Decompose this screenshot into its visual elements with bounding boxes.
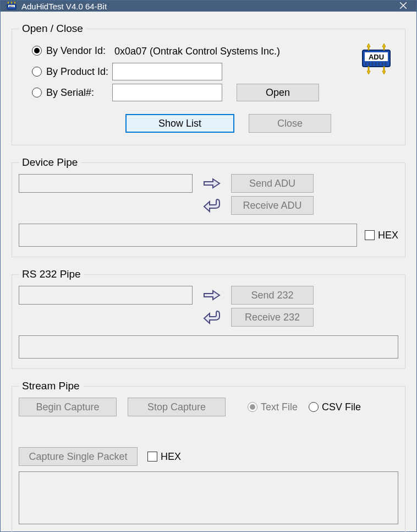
rs232-pipe-legend: RS 232 Pipe [19, 268, 84, 280]
arrow-return-icon [202, 310, 221, 324]
open-close-legend: Open / Close [19, 23, 86, 35]
rs232-output [19, 335, 398, 359]
send-adu-button[interactable]: Send ADU [231, 174, 314, 193]
close-icon[interactable] [398, 2, 409, 11]
device-pipe-legend: Device Pipe [19, 156, 81, 169]
show-list-button[interactable]: Show List [125, 114, 234, 133]
svg-text:ADU: ADU [9, 5, 14, 8]
device-output [19, 224, 357, 247]
svg-text:ADU: ADU [369, 53, 384, 61]
product-id-input[interactable] [112, 63, 222, 80]
capture-single-packet-button[interactable]: Capture Single Packet [19, 447, 138, 466]
serial-input[interactable] [112, 84, 222, 101]
by-product-label: By Product Id: [46, 66, 108, 78]
device-pipe-group: Device Pipe Send ADU [12, 156, 405, 257]
stream-hex-checkbox[interactable] [147, 452, 157, 462]
arrow-right-icon [202, 289, 221, 301]
arrow-return-icon [202, 198, 221, 213]
app-icon: ADU [6, 1, 17, 12]
by-serial-radio[interactable] [32, 88, 42, 97]
receive-adu-button[interactable]: Receive ADU [231, 196, 314, 215]
by-product-radio[interactable] [32, 67, 42, 77]
receive-232-button[interactable]: Receive 232 [231, 308, 314, 327]
by-serial-label: By Serial#: [46, 87, 94, 99]
svg-marker-19 [382, 44, 386, 50]
vendor-id-value: 0x0a07 (Ontrak Control Systems Inc.) [112, 45, 280, 57]
stream-output [19, 471, 398, 524]
by-vendor-label: By Vendor Id: [46, 45, 106, 57]
stop-capture-button[interactable]: Stop Capture [128, 398, 226, 416]
svg-marker-21 [382, 67, 386, 74]
svg-marker-20 [367, 67, 370, 74]
csv-file-label: CSV File [322, 401, 361, 413]
close-button[interactable]: Close [249, 114, 331, 133]
text-file-label: Text File [261, 401, 298, 413]
app-window: ADU AduHidTest V4.0 64-Bit Open / Close [0, 0, 417, 532]
text-file-radio[interactable] [248, 402, 257, 412]
device-hex-checkbox[interactable] [365, 230, 375, 240]
device-send-input[interactable] [19, 174, 193, 193]
open-close-group: Open / Close By Vendor Id: 0x0a07 (Ontra… [12, 23, 405, 145]
begin-capture-button[interactable]: Begin Capture [19, 398, 117, 416]
arrow-right-icon [202, 177, 221, 189]
csv-file-radio[interactable] [309, 402, 319, 412]
adu-logo: ADU [358, 44, 395, 77]
stream-pipe-legend: Stream Pipe [19, 380, 83, 392]
window-title: AduHidTest V4.0 64-Bit [21, 2, 398, 11]
device-hex-label: HEX [378, 230, 398, 241]
svg-marker-18 [367, 44, 370, 50]
by-vendor-radio[interactable] [32, 46, 42, 56]
stream-hex-label: HEX [161, 451, 181, 463]
open-button[interactable]: Open [237, 84, 319, 101]
rs232-pipe-group: RS 232 Pipe Send 232 [12, 268, 405, 369]
stream-pipe-group: Stream Pipe Begin Capture Stop Capture T… [12, 380, 405, 532]
titlebar: ADU AduHidTest V4.0 64-Bit [1, 1, 416, 12]
send-232-button[interactable]: Send 232 [231, 286, 314, 305]
rs232-send-input[interactable] [19, 286, 193, 305]
